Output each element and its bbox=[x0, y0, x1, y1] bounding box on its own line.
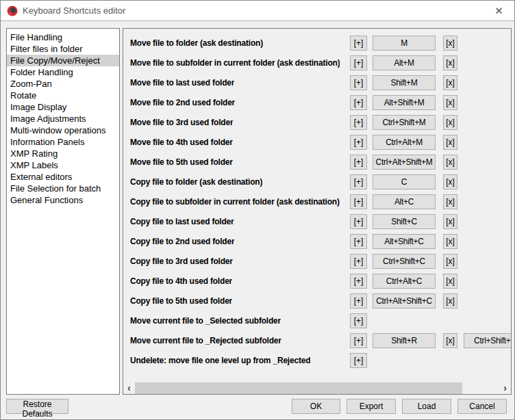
action-label: Move current file to _Selected subfolder bbox=[130, 313, 281, 328]
remove-shortcut-button[interactable]: [x] bbox=[443, 55, 457, 70]
add-shortcut-button[interactable]: [+] bbox=[350, 254, 367, 269]
action-label: Move file to last used folder bbox=[130, 75, 234, 90]
action-label: Move file to 3rd used folder bbox=[130, 115, 233, 130]
remove-shortcut-button[interactable]: [x] bbox=[443, 135, 457, 150]
app-logo-icon bbox=[7, 5, 18, 16]
remove-shortcut-button[interactable]: [x] bbox=[443, 36, 457, 51]
shortcut-key-button[interactable]: Ctrl+Alt+Shift+C bbox=[373, 293, 436, 309]
add-shortcut-button[interactable]: [+] bbox=[350, 36, 367, 51]
sidebar-item[interactable]: General Functions bbox=[7, 194, 119, 206]
shortcut-key-button[interactable]: Alt+C bbox=[373, 194, 436, 209]
action-label: Copy file to 5th used folder bbox=[130, 293, 232, 309]
sidebar-item[interactable]: Rotate bbox=[7, 90, 119, 101]
sidebar-item[interactable]: Image Display bbox=[7, 101, 119, 113]
scrollbar-thumb[interactable] bbox=[135, 382, 462, 394]
add-shortcut-button[interactable]: [+] bbox=[350, 214, 367, 229]
keyboard-shortcuts-dialog: Keyboard Shortcuts editor ✕ File Handlin… bbox=[0, 0, 515, 420]
ok-button[interactable]: OK bbox=[292, 399, 340, 414]
sidebar-item[interactable]: Multi-window operations bbox=[7, 124, 119, 136]
add-shortcut-button[interactable]: [+] bbox=[350, 194, 367, 209]
sidebar-item[interactable]: XMP Rating bbox=[7, 148, 119, 159]
sidebar-item[interactable]: File Copy/Move/Reject bbox=[7, 55, 119, 66]
add-shortcut-button[interactable]: [+] bbox=[350, 353, 367, 368]
sidebar-item[interactable]: File Selection for batch bbox=[7, 183, 119, 194]
shortcut-row: Move file to 3rd used folder [+] Ctrl+Sh… bbox=[123, 115, 511, 130]
add-shortcut-button[interactable]: [+] bbox=[350, 135, 367, 150]
close-icon: ✕ bbox=[494, 5, 503, 17]
add-shortcut-button[interactable]: [+] bbox=[350, 155, 367, 170]
horizontal-scrollbar[interactable]: ‹ › bbox=[123, 382, 511, 394]
add-shortcut-button[interactable]: [+] bbox=[350, 293, 367, 309]
shortcut-row: Copy file to last used folder [+] Shift+… bbox=[123, 214, 511, 229]
remove-shortcut-button[interactable]: [x] bbox=[443, 234, 457, 249]
action-label: Undelete: move file one level up from _R… bbox=[130, 353, 310, 368]
sidebar-item[interactable]: Filter files in folder bbox=[7, 43, 119, 55]
sidebar-item[interactable]: External editors bbox=[7, 171, 119, 183]
sidebar-item[interactable]: Zoom-Pan bbox=[7, 78, 119, 90]
add-shortcut-button[interactable]: [+] bbox=[350, 55, 367, 70]
add-shortcut-button[interactable]: [+] bbox=[350, 274, 367, 289]
add-shortcut-button[interactable]: [+] bbox=[350, 313, 367, 328]
shortcut-row: Undelete: move file one level up from _R… bbox=[123, 353, 511, 368]
shortcut-row: Copy file to subfolder in current folder… bbox=[123, 194, 511, 209]
sidebar-item[interactable]: Image Adjustments bbox=[7, 113, 119, 124]
shortcut-key-button[interactable]: Ctrl+Alt+Shift+M bbox=[373, 155, 436, 170]
remove-shortcut-button[interactable]: [x] bbox=[443, 333, 457, 348]
add-shortcut-button[interactable]: [+] bbox=[350, 333, 367, 348]
remove-shortcut-button[interactable]: [x] bbox=[443, 274, 457, 289]
shortcut-row: Move file to 5th used folder [+] Ctrl+Al… bbox=[123, 155, 511, 170]
remove-shortcut-button[interactable]: [x] bbox=[443, 293, 457, 309]
cancel-button[interactable]: Cancel bbox=[457, 399, 507, 414]
scroll-right-arrow-icon[interactable]: › bbox=[499, 382, 511, 394]
sidebar-item[interactable]: File Handling bbox=[7, 31, 119, 43]
add-shortcut-button[interactable]: [+] bbox=[350, 115, 367, 130]
shortcut-row: Copy file to 4th used folder [+] Ctrl+Al… bbox=[123, 274, 511, 289]
shortcut-row: Move file to 2nd used folder [+] Alt+Shi… bbox=[123, 95, 511, 110]
action-label: Copy file to 4th used folder bbox=[130, 274, 232, 289]
shortcut-row: Move file to 4th used folder [+] Ctrl+Al… bbox=[123, 135, 511, 150]
action-label: Move file to 5th used folder bbox=[130, 155, 233, 170]
shortcut-key-button[interactable]: Ctrl+Shift+M bbox=[373, 115, 436, 130]
export-button[interactable]: Export bbox=[347, 399, 396, 414]
sidebar-item[interactable]: XMP Labels bbox=[7, 159, 119, 171]
shortcut-row: Copy file to 3rd used folder [+] Ctrl+Sh… bbox=[123, 254, 511, 269]
shortcut-key-button[interactable]: Ctrl+Alt+C bbox=[373, 274, 436, 289]
shortcut-key-button[interactable]: Shift+C bbox=[373, 214, 436, 229]
remove-shortcut-button[interactable]: [x] bbox=[443, 214, 457, 229]
remove-shortcut-button[interactable]: [x] bbox=[443, 115, 457, 130]
shortcut-key-button[interactable]: Alt+Shift+C bbox=[373, 234, 436, 249]
close-button[interactable]: ✕ bbox=[483, 1, 514, 21]
shortcut-key-button[interactable]: Ctrl+Shift+C bbox=[373, 254, 436, 269]
sidebar-item[interactable]: Information Panels bbox=[7, 136, 119, 148]
load-button[interactable]: Load bbox=[402, 399, 451, 414]
shortcut-key-button[interactable]: M bbox=[373, 36, 436, 51]
remove-shortcut-button[interactable]: [x] bbox=[443, 95, 457, 110]
shortcut-key-button[interactable]: Shift+M bbox=[373, 75, 436, 90]
scroll-left-arrow-icon[interactable]: ‹ bbox=[123, 382, 135, 394]
restore-defaults-button[interactable]: Restore Defaults bbox=[6, 399, 68, 414]
remove-shortcut-button[interactable]: [x] bbox=[443, 155, 457, 170]
remove-shortcut-button[interactable]: [x] bbox=[443, 254, 457, 269]
extra-shortcut-key-button[interactable]: Ctrl+Shift+D bbox=[464, 333, 512, 348]
add-shortcut-button[interactable]: [+] bbox=[350, 234, 367, 249]
remove-shortcut-button[interactable]: [x] bbox=[443, 174, 457, 189]
category-list: File HandlingFilter files in folderFile … bbox=[6, 28, 120, 395]
shortcut-row: Move file to subfolder in current folder… bbox=[123, 55, 511, 70]
action-label: Move current file to _Rejected subfolder bbox=[130, 333, 281, 348]
titlebar[interactable]: Keyboard Shortcuts editor ✕ bbox=[1, 1, 514, 21]
action-label: Copy file to folder (ask destination) bbox=[130, 174, 262, 189]
shortcut-key-button[interactable]: Shift+R bbox=[373, 333, 436, 348]
remove-shortcut-button[interactable]: [x] bbox=[443, 194, 457, 209]
shortcut-key-button[interactable]: Alt+M bbox=[373, 55, 436, 70]
action-label: Copy file to 2nd used folder bbox=[130, 234, 234, 249]
shortcut-key-button[interactable]: C bbox=[373, 174, 436, 189]
shortcut-key-button[interactable]: Alt+Shift+M bbox=[373, 95, 436, 110]
add-shortcut-button[interactable]: [+] bbox=[350, 75, 367, 90]
remove-shortcut-button[interactable]: [x] bbox=[443, 75, 457, 90]
sidebar-item[interactable]: Folder Handling bbox=[7, 66, 119, 78]
shortcut-key-button[interactable]: Ctrl+Alt+M bbox=[373, 135, 436, 150]
shortcut-row: Move file to last used folder [+] Shift+… bbox=[123, 75, 511, 90]
add-shortcut-button[interactable]: [+] bbox=[350, 174, 367, 189]
shortcut-row: Move current file to _Selected subfolder… bbox=[123, 313, 511, 328]
add-shortcut-button[interactable]: [+] bbox=[350, 95, 367, 110]
